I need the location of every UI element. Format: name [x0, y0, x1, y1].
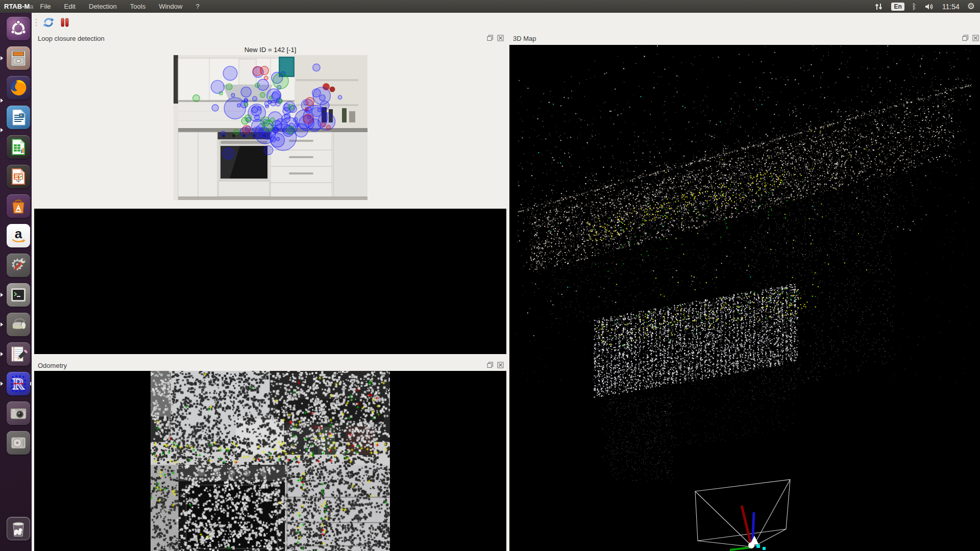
close-icon — [497, 362, 504, 368]
float-icon — [487, 35, 494, 41]
ubuntu-logo-icon — [9, 19, 28, 38]
launcher-item-rtabmap[interactable]: R — [7, 372, 30, 395]
loop-closure-title: Loop closure detection — [38, 35, 105, 42]
firefox-icon — [9, 78, 28, 97]
axis-x-red — [742, 506, 751, 546]
clock[interactable]: 11:54 — [942, 3, 960, 11]
session-gear-icon[interactable]: ⚙ — [967, 1, 975, 12]
menu-window[interactable]: Window — [152, 0, 189, 13]
launcher-item-system-settings[interactable]: ⚙ — [7, 254, 30, 277]
odometry-close-button[interactable] — [497, 361, 504, 369]
svg-text:a: a — [15, 226, 22, 241]
launcher-item-amazon[interactable]: a — [7, 224, 30, 247]
odometry-title: Odometry — [38, 362, 67, 369]
running-indicator — [1, 56, 3, 60]
odometry-float-button[interactable] — [486, 361, 494, 369]
roller-icon — [9, 315, 28, 334]
trash-icon — [9, 519, 28, 538]
float-icon — [487, 362, 494, 368]
launcher-item-disks[interactable] — [7, 431, 30, 455]
map3d-view[interactable] — [509, 45, 980, 551]
menu-help[interactable]: ? — [189, 0, 206, 13]
file-cabinet-icon — [9, 48, 28, 68]
loop-closure-status: New ID = 142 [-1] — [34, 45, 506, 55]
close-icon — [497, 35, 504, 41]
desktop: RTAB-Ma File Edit Detection Tools Window… — [0, 0, 980, 551]
text-editor-icon — [9, 344, 28, 364]
loop-closure-match-view — [34, 209, 506, 354]
camera-frustum — [509, 45, 980, 551]
menu-detection[interactable]: Detection — [82, 0, 124, 13]
software-bag-icon — [9, 196, 28, 216]
launcher-item-text-editor[interactable] — [7, 342, 30, 366]
running-indicator — [1, 352, 3, 356]
loop-closure-close-button[interactable] — [497, 34, 504, 42]
settings-gear-wrench-icon: ⚙ — [9, 256, 28, 275]
pause-button[interactable] — [58, 16, 71, 29]
running-indicator — [1, 382, 3, 386]
float-icon — [962, 35, 969, 41]
menu-file[interactable]: File — [34, 0, 58, 13]
launcher-item-ubuntu-software[interactable] — [7, 194, 30, 218]
launcher-item-firefox[interactable] — [7, 76, 30, 99]
ubuntu-launcher: a ⚙ — [0, 13, 32, 551]
launcher-item-libreoffice-writer[interactable] — [7, 106, 30, 129]
odometry-view — [34, 371, 506, 551]
svg-text:⚙: ⚙ — [11, 256, 24, 273]
loop-closure-camera-image — [174, 55, 368, 200]
volume-icon[interactable] — [924, 3, 935, 11]
bluetooth-icon[interactable]: ᛒ — [912, 2, 917, 11]
launcher-item-roller-utility[interactable] — [7, 313, 30, 336]
launcher-item-files[interactable] — [7, 46, 30, 70]
keyboard-layout-indicator[interactable]: En — [891, 3, 904, 11]
odometry-titlebar[interactable]: Odometry — [34, 359, 506, 372]
global-menu-bar: RTAB-Ma File Edit Detection Tools Window… — [0, 0, 980, 13]
map3d-titlebar[interactable]: 3D Map — [509, 32, 980, 45]
window-title: RTAB-Ma — [4, 3, 34, 10]
menu-tools[interactable]: Tools — [124, 0, 152, 13]
rtabmap-icon: R — [9, 374, 28, 393]
running-indicator — [1, 293, 3, 297]
close-icon — [972, 35, 979, 41]
odometry-camera-image — [151, 371, 390, 551]
map3d-close-button[interactable] — [972, 34, 979, 42]
launcher-item-libreoffice-calc[interactable] — [7, 135, 30, 159]
calc-spreadsheet-icon — [9, 137, 28, 157]
launcher-item-ubuntu-dash[interactable] — [7, 17, 30, 40]
map3d-float-button[interactable] — [962, 34, 969, 42]
launcher-item-libreoffice-impress[interactable] — [7, 165, 30, 188]
system-tray: En ᛒ 11:54 ⚙ — [875, 1, 980, 12]
running-indicator — [1, 322, 3, 327]
rtabmap-window: Loop closure detection New ID = 142 [-1] — [32, 13, 980, 551]
loop-closure-view — [34, 55, 506, 200]
amazon-icon: a — [9, 226, 28, 245]
refresh-icon — [43, 17, 54, 28]
refresh-button[interactable] — [42, 16, 55, 29]
map3d-title: 3D Map — [513, 35, 536, 42]
camera-icon — [9, 404, 28, 423]
toolbar-grip-handle[interactable] — [35, 17, 38, 28]
axis-y-green — [730, 547, 751, 550]
terminal-icon — [9, 285, 28, 305]
disks-icon — [9, 433, 28, 453]
loop-closure-titlebar[interactable]: Loop closure detection — [34, 32, 506, 45]
launcher-item-terminal[interactable] — [7, 283, 30, 307]
pause-icon — [60, 17, 70, 28]
network-updown-icon[interactable] — [875, 3, 884, 11]
launcher-item-trash[interactable] — [7, 517, 30, 540]
impress-presentation-icon — [9, 167, 28, 186]
writer-document-icon — [9, 108, 28, 127]
launcher-item-camera[interactable] — [7, 402, 30, 425]
loop-closure-float-button[interactable] — [486, 34, 494, 42]
running-indicator — [1, 98, 3, 103]
menu-edit[interactable]: Edit — [58, 0, 82, 13]
running-indicator — [1, 128, 3, 132]
main-toolbar — [32, 13, 980, 32]
